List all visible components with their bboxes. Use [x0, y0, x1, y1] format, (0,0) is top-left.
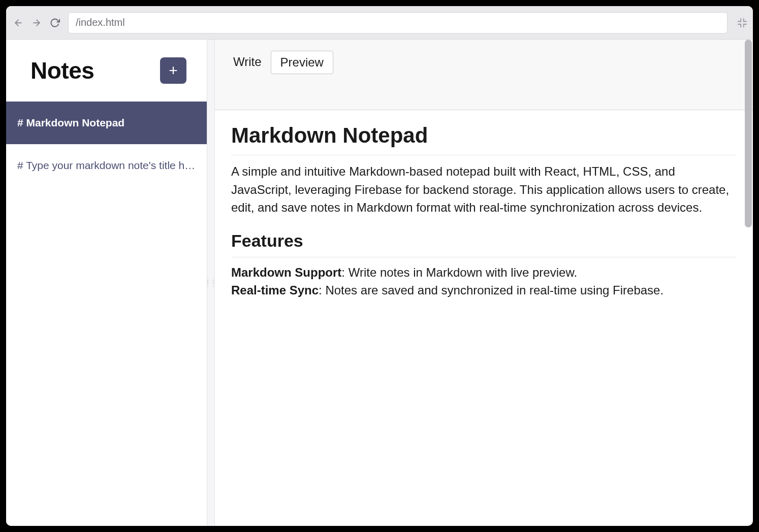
- add-note-button[interactable]: +: [160, 57, 186, 84]
- plus-icon: +: [169, 62, 178, 79]
- url-text: /index.html: [76, 17, 125, 28]
- tab-preview[interactable]: Preview: [271, 51, 333, 74]
- nav-forward-button[interactable]: [29, 16, 44, 30]
- browser-toolbar: /index.html: [6, 6, 753, 40]
- preview-features: Markdown Support: Write notes in Markdow…: [231, 263, 737, 300]
- note-item-label: # Markdown Notepad: [17, 117, 124, 128]
- sidebar-title: Notes: [30, 57, 94, 84]
- arrow-right-icon: [31, 18, 42, 28]
- feature2-rest: : Notes are saved and synchronized in re…: [319, 283, 663, 297]
- tab-label: Write: [233, 55, 262, 69]
- note-item-1[interactable]: # Type your markdown note's title here: [6, 144, 207, 187]
- collapse-button[interactable]: [737, 17, 748, 28]
- note-item-label: # Type your markdown note's title here: [17, 159, 200, 171]
- note-item-0[interactable]: # Markdown Notepad: [6, 102, 207, 144]
- arrow-left-icon: [13, 18, 23, 28]
- feature2-bold: Real-time Sync: [231, 283, 319, 297]
- feature1-bold: Markdown Support: [231, 265, 341, 279]
- split-gutter[interactable]: ⋮⋮⋮⋮⋮⋮: [207, 40, 215, 526]
- preview-h2: Features: [231, 231, 737, 257]
- editor-tabs: Write Preview: [215, 40, 753, 110]
- sidebar: Notes + # Markdown Notepad # Type your m…: [6, 40, 207, 526]
- url-bar[interactable]: /index.html: [68, 12, 728, 34]
- tab-write[interactable]: Write: [224, 51, 271, 73]
- scrollbar[interactable]: [745, 40, 752, 227]
- tab-label: Preview: [280, 55, 324, 69]
- sidebar-header: Notes +: [6, 40, 207, 102]
- reload-icon: [50, 18, 60, 28]
- preview-pane: Markdown Notepad A simple and intuitive …: [215, 110, 753, 526]
- content-area: Notes + # Markdown Notepad # Type your m…: [6, 40, 753, 526]
- nav-reload-button[interactable]: [48, 16, 62, 30]
- editor-panel: Write Preview Markdown Notepad A simple …: [215, 40, 753, 526]
- nav-back-button[interactable]: [11, 16, 25, 30]
- feature1-rest: : Write notes in Markdown with live prev…: [341, 265, 577, 279]
- minimize-icon: [737, 17, 748, 28]
- preview-intro: A simple and intuitive Markdown-based no…: [231, 162, 737, 217]
- preview-h1: Markdown Notepad: [231, 123, 737, 155]
- app-window: /index.html Notes + # Markdown Notepad: [6, 6, 753, 526]
